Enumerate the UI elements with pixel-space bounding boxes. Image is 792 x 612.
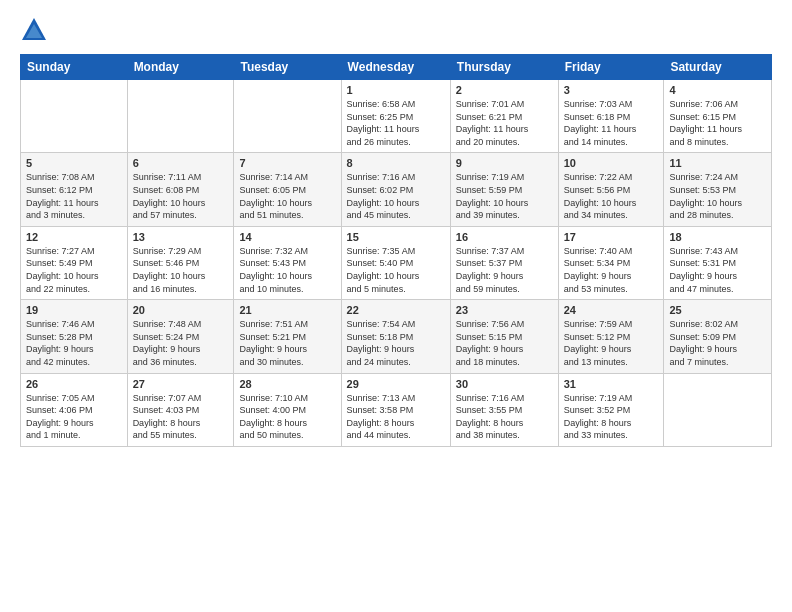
calendar-cell: 4Sunrise: 7:06 AM Sunset: 6:15 PM Daylig… [664,80,772,153]
calendar-cell: 21Sunrise: 7:51 AM Sunset: 5:21 PM Dayli… [234,300,341,373]
calendar-cell: 9Sunrise: 7:19 AM Sunset: 5:59 PM Daylig… [450,153,558,226]
calendar: SundayMondayTuesdayWednesdayThursdayFrid… [20,54,772,447]
weekday-header-thursday: Thursday [450,55,558,80]
day-number: 15 [347,231,445,243]
day-info: Sunrise: 7:19 AM Sunset: 3:52 PM Dayligh… [564,392,659,442]
day-number: 11 [669,157,766,169]
header [20,16,772,44]
logo-icon [20,16,48,44]
day-info: Sunrise: 7:51 AM Sunset: 5:21 PM Dayligh… [239,318,335,368]
day-number: 7 [239,157,335,169]
calendar-cell: 24Sunrise: 7:59 AM Sunset: 5:12 PM Dayli… [558,300,664,373]
calendar-cell: 14Sunrise: 7:32 AM Sunset: 5:43 PM Dayli… [234,226,341,299]
calendar-week-row: 26Sunrise: 7:05 AM Sunset: 4:06 PM Dayli… [21,373,772,446]
calendar-cell: 10Sunrise: 7:22 AM Sunset: 5:56 PM Dayli… [558,153,664,226]
day-info: Sunrise: 7:43 AM Sunset: 5:31 PM Dayligh… [669,245,766,295]
day-info: Sunrise: 7:13 AM Sunset: 3:58 PM Dayligh… [347,392,445,442]
calendar-cell [664,373,772,446]
weekday-header-friday: Friday [558,55,664,80]
day-info: Sunrise: 7:54 AM Sunset: 5:18 PM Dayligh… [347,318,445,368]
day-number: 22 [347,304,445,316]
day-number: 21 [239,304,335,316]
day-number: 23 [456,304,553,316]
day-number: 17 [564,231,659,243]
day-info: Sunrise: 7:06 AM Sunset: 6:15 PM Dayligh… [669,98,766,148]
day-number: 25 [669,304,766,316]
calendar-body: 1Sunrise: 6:58 AM Sunset: 6:25 PM Daylig… [21,80,772,447]
logo [20,16,52,44]
day-info: Sunrise: 7:40 AM Sunset: 5:34 PM Dayligh… [564,245,659,295]
calendar-cell: 27Sunrise: 7:07 AM Sunset: 4:03 PM Dayli… [127,373,234,446]
day-info: Sunrise: 7:01 AM Sunset: 6:21 PM Dayligh… [456,98,553,148]
day-info: Sunrise: 7:16 AM Sunset: 6:02 PM Dayligh… [347,171,445,221]
day-info: Sunrise: 6:58 AM Sunset: 6:25 PM Dayligh… [347,98,445,148]
day-number: 12 [26,231,122,243]
day-number: 19 [26,304,122,316]
calendar-cell: 6Sunrise: 7:11 AM Sunset: 6:08 PM Daylig… [127,153,234,226]
calendar-cell: 29Sunrise: 7:13 AM Sunset: 3:58 PM Dayli… [341,373,450,446]
calendar-cell: 30Sunrise: 7:16 AM Sunset: 3:55 PM Dayli… [450,373,558,446]
day-number: 3 [564,84,659,96]
day-number: 8 [347,157,445,169]
weekday-header-tuesday: Tuesday [234,55,341,80]
day-info: Sunrise: 7:48 AM Sunset: 5:24 PM Dayligh… [133,318,229,368]
day-info: Sunrise: 7:35 AM Sunset: 5:40 PM Dayligh… [347,245,445,295]
page: SundayMondayTuesdayWednesdayThursdayFrid… [0,0,792,457]
day-number: 2 [456,84,553,96]
day-number: 27 [133,378,229,390]
day-number: 31 [564,378,659,390]
calendar-cell: 12Sunrise: 7:27 AM Sunset: 5:49 PM Dayli… [21,226,128,299]
calendar-cell: 22Sunrise: 7:54 AM Sunset: 5:18 PM Dayli… [341,300,450,373]
calendar-cell: 20Sunrise: 7:48 AM Sunset: 5:24 PM Dayli… [127,300,234,373]
weekday-header-saturday: Saturday [664,55,772,80]
calendar-cell: 15Sunrise: 7:35 AM Sunset: 5:40 PM Dayli… [341,226,450,299]
calendar-cell: 17Sunrise: 7:40 AM Sunset: 5:34 PM Dayli… [558,226,664,299]
day-info: Sunrise: 7:10 AM Sunset: 4:00 PM Dayligh… [239,392,335,442]
calendar-cell: 25Sunrise: 8:02 AM Sunset: 5:09 PM Dayli… [664,300,772,373]
day-number: 10 [564,157,659,169]
weekday-header-sunday: Sunday [21,55,128,80]
day-info: Sunrise: 7:11 AM Sunset: 6:08 PM Dayligh… [133,171,229,221]
day-info: Sunrise: 7:14 AM Sunset: 6:05 PM Dayligh… [239,171,335,221]
calendar-week-row: 5Sunrise: 7:08 AM Sunset: 6:12 PM Daylig… [21,153,772,226]
calendar-cell: 3Sunrise: 7:03 AM Sunset: 6:18 PM Daylig… [558,80,664,153]
day-info: Sunrise: 8:02 AM Sunset: 5:09 PM Dayligh… [669,318,766,368]
day-info: Sunrise: 7:56 AM Sunset: 5:15 PM Dayligh… [456,318,553,368]
calendar-cell [234,80,341,153]
calendar-cell [127,80,234,153]
weekday-header-monday: Monday [127,55,234,80]
calendar-cell: 16Sunrise: 7:37 AM Sunset: 5:37 PM Dayli… [450,226,558,299]
calendar-week-row: 12Sunrise: 7:27 AM Sunset: 5:49 PM Dayli… [21,226,772,299]
day-number: 13 [133,231,229,243]
day-number: 29 [347,378,445,390]
calendar-cell: 19Sunrise: 7:46 AM Sunset: 5:28 PM Dayli… [21,300,128,373]
day-info: Sunrise: 7:05 AM Sunset: 4:06 PM Dayligh… [26,392,122,442]
day-number: 20 [133,304,229,316]
calendar-cell: 28Sunrise: 7:10 AM Sunset: 4:00 PM Dayli… [234,373,341,446]
calendar-cell: 2Sunrise: 7:01 AM Sunset: 6:21 PM Daylig… [450,80,558,153]
calendar-cell: 8Sunrise: 7:16 AM Sunset: 6:02 PM Daylig… [341,153,450,226]
weekday-header-row: SundayMondayTuesdayWednesdayThursdayFrid… [21,55,772,80]
day-info: Sunrise: 7:27 AM Sunset: 5:49 PM Dayligh… [26,245,122,295]
calendar-cell: 11Sunrise: 7:24 AM Sunset: 5:53 PM Dayli… [664,153,772,226]
calendar-cell: 7Sunrise: 7:14 AM Sunset: 6:05 PM Daylig… [234,153,341,226]
day-number: 24 [564,304,659,316]
day-number: 28 [239,378,335,390]
calendar-cell: 18Sunrise: 7:43 AM Sunset: 5:31 PM Dayli… [664,226,772,299]
calendar-header: SundayMondayTuesdayWednesdayThursdayFrid… [21,55,772,80]
day-info: Sunrise: 7:46 AM Sunset: 5:28 PM Dayligh… [26,318,122,368]
day-number: 1 [347,84,445,96]
day-number: 9 [456,157,553,169]
day-number: 4 [669,84,766,96]
calendar-cell: 13Sunrise: 7:29 AM Sunset: 5:46 PM Dayli… [127,226,234,299]
calendar-cell: 26Sunrise: 7:05 AM Sunset: 4:06 PM Dayli… [21,373,128,446]
day-info: Sunrise: 7:32 AM Sunset: 5:43 PM Dayligh… [239,245,335,295]
day-info: Sunrise: 7:16 AM Sunset: 3:55 PM Dayligh… [456,392,553,442]
calendar-cell: 1Sunrise: 6:58 AM Sunset: 6:25 PM Daylig… [341,80,450,153]
day-number: 30 [456,378,553,390]
day-info: Sunrise: 7:59 AM Sunset: 5:12 PM Dayligh… [564,318,659,368]
calendar-cell: 5Sunrise: 7:08 AM Sunset: 6:12 PM Daylig… [21,153,128,226]
day-info: Sunrise: 7:22 AM Sunset: 5:56 PM Dayligh… [564,171,659,221]
calendar-week-row: 19Sunrise: 7:46 AM Sunset: 5:28 PM Dayli… [21,300,772,373]
calendar-cell: 31Sunrise: 7:19 AM Sunset: 3:52 PM Dayli… [558,373,664,446]
